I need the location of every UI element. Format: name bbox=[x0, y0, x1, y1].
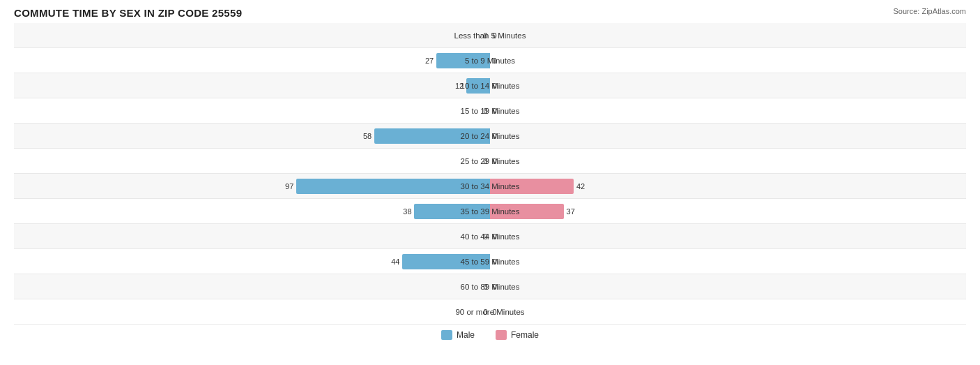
female-side: 37 bbox=[490, 199, 966, 223]
male-bar bbox=[466, 78, 490, 94]
male-side: 0 bbox=[14, 274, 490, 299]
chart-title: COMMUTE TIME BY SEX IN ZIP CODE 25559 bbox=[14, 7, 966, 19]
legend-male-label: Male bbox=[457, 330, 475, 340]
legend-female-box bbox=[496, 330, 507, 340]
male-side: 0 bbox=[14, 98, 490, 123]
male-value: 0 bbox=[483, 107, 487, 115]
female-value: 0 bbox=[492, 308, 496, 316]
female-value: 0 bbox=[492, 31, 496, 40]
female-side: 0 bbox=[490, 124, 966, 148]
female-side: 0 bbox=[490, 274, 966, 299]
male-bar bbox=[296, 179, 490, 194]
male-side: 97 bbox=[14, 174, 490, 198]
female-value: 0 bbox=[492, 258, 496, 266]
male-value: 0 bbox=[483, 157, 487, 165]
male-side: 27 bbox=[14, 48, 490, 73]
female-side: 0 bbox=[490, 224, 966, 248]
male-value: 0 bbox=[483, 232, 487, 241]
female-value: 0 bbox=[492, 283, 496, 291]
female-value: 0 bbox=[492, 157, 496, 165]
bar-row: 3835 to 39 Minutes37 bbox=[14, 199, 966, 224]
legend: Male Female bbox=[14, 330, 966, 340]
male-side: 44 bbox=[14, 249, 490, 274]
male-side: 0 bbox=[14, 149, 490, 173]
bar-row: 060 to 89 Minutes0 bbox=[14, 274, 966, 299]
male-side: 58 bbox=[14, 124, 490, 148]
female-side: 0 bbox=[490, 149, 966, 173]
male-value: 12 bbox=[455, 82, 464, 90]
bar-row: 4445 to 59 Minutes0 bbox=[14, 249, 966, 274]
female-value: 0 bbox=[492, 57, 496, 65]
female-side: 0 bbox=[490, 48, 966, 73]
bar-row: 5820 to 24 Minutes0 bbox=[14, 124, 966, 149]
bar-row: 015 to 19 Minutes0 bbox=[14, 98, 966, 124]
female-bar bbox=[490, 179, 574, 194]
female-value: 37 bbox=[567, 207, 575, 216]
bar-row: 025 to 29 Minutes0 bbox=[14, 149, 966, 174]
male-value: 97 bbox=[285, 182, 293, 191]
male-value: 0 bbox=[483, 31, 487, 40]
female-value: 0 bbox=[492, 107, 496, 115]
legend-male-box bbox=[441, 330, 452, 340]
male-bar bbox=[436, 53, 490, 68]
male-bar bbox=[402, 254, 490, 269]
male-side: 0 bbox=[14, 299, 490, 324]
legend-male: Male bbox=[441, 330, 475, 340]
female-side: 0 bbox=[490, 98, 966, 123]
bar-row: 9730 to 34 Minutes42 bbox=[14, 174, 966, 199]
legend-female-label: Female bbox=[511, 330, 539, 340]
female-value: 0 bbox=[492, 82, 496, 90]
male-value: 0 bbox=[483, 283, 487, 291]
bar-row: 275 to 9 Minutes0 bbox=[14, 48, 966, 73]
male-bar bbox=[414, 204, 490, 219]
male-value: 0 bbox=[483, 308, 487, 316]
male-value: 58 bbox=[363, 132, 372, 140]
bar-row: 090 or more Minutes0 bbox=[14, 299, 966, 325]
female-side: 0 bbox=[490, 249, 966, 274]
female-value: 0 bbox=[492, 132, 496, 140]
female-side: 42 bbox=[490, 174, 966, 198]
male-value: 38 bbox=[403, 207, 411, 216]
male-value: 27 bbox=[425, 57, 434, 65]
chart-container: COMMUTE TIME BY SEX IN ZIP CODE 25559 So… bbox=[0, 0, 980, 365]
female-side: 0 bbox=[490, 73, 966, 98]
female-bar bbox=[490, 204, 564, 219]
male-bar bbox=[374, 128, 490, 144]
male-side: 12 bbox=[14, 73, 490, 98]
male-side: 0 bbox=[14, 224, 490, 248]
bar-row: 040 to 44 Minutes0 bbox=[14, 224, 966, 249]
male-side: 0 bbox=[14, 23, 490, 47]
source-label: Source: ZipAtlas.com bbox=[893, 7, 966, 15]
legend-female: Female bbox=[496, 330, 539, 340]
female-side: 0 bbox=[490, 23, 966, 47]
bar-row: 1210 to 14 Minutes0 bbox=[14, 73, 966, 98]
female-side: 0 bbox=[490, 299, 966, 324]
chart-area: 0Less than 5 Minutes0275 to 9 Minutes012… bbox=[14, 23, 966, 315]
male-side: 38 bbox=[14, 199, 490, 223]
female-value: 0 bbox=[492, 232, 496, 241]
male-value: 44 bbox=[391, 258, 399, 266]
bar-row: 0Less than 5 Minutes0 bbox=[14, 23, 966, 48]
female-value: 42 bbox=[576, 182, 585, 191]
